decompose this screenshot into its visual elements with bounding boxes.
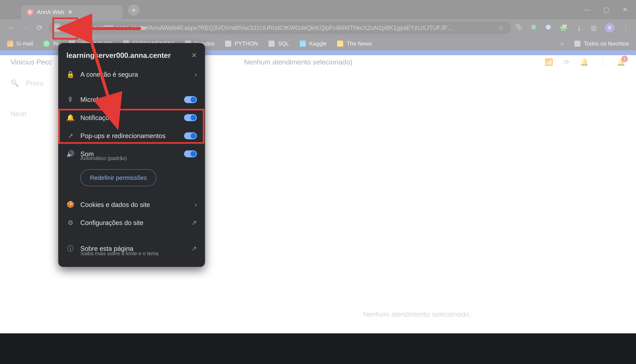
address-bar[interactable]: learningserver000.anna.center/AnnAWeb40.…	[49, 21, 511, 34]
svg-point-6	[531, 25, 536, 30]
forward-button[interactable]: →	[21, 23, 30, 32]
bookmark-folder-sql[interactable]: SQL	[268, 40, 289, 47]
refresh-icon[interactable]: ⟳	[564, 58, 570, 66]
tab-strip: A AnnA Web ✕ ＋	[0, 0, 576, 19]
side-panel-icon[interactable]: ▥	[591, 24, 597, 32]
bookmark-label: Kaggle	[309, 40, 327, 47]
separator	[66, 235, 197, 236]
site-info-popup: learningserver000.anna.center ✕ 🔒 A cone…	[58, 43, 205, 267]
folder-icon	[268, 40, 274, 47]
new-tab-button[interactable]: ＋	[128, 4, 139, 16]
site-settings-icon[interactable]	[52, 23, 62, 32]
popups-toggle[interactable]	[184, 132, 197, 139]
gmail-icon	[7, 40, 13, 47]
open-external-icon: ↗	[191, 245, 197, 252]
folder-icon	[574, 40, 580, 47]
bookmark-label: SQL	[278, 40, 289, 47]
page-search-placeholder[interactable]: Procu	[26, 79, 44, 87]
popup-row-site-settings[interactable]: ⚙ Configurações do site ↗	[58, 214, 205, 232]
url-host: learningserver000.anna.center	[65, 24, 147, 31]
bookmark-label: W	[53, 40, 58, 47]
window-controls: — ▢ ✕	[576, 0, 636, 19]
mic-label: Microfo	[80, 96, 178, 104]
translate-icon[interactable]	[516, 24, 522, 32]
open-external-icon: ↗	[191, 219, 197, 226]
left-empty-text: Nenh	[11, 110, 27, 118]
bookmark-gmail[interactable]: G-mail	[7, 40, 33, 47]
bookmark-all-favorites[interactable]: Todos os favoritos	[574, 40, 629, 47]
chevron-right-icon: ›	[195, 70, 197, 78]
popups-label: Pop-ups e redirecionamentos	[80, 132, 178, 140]
folder-icon	[225, 40, 231, 47]
lock-icon: 🔒	[66, 70, 75, 78]
popup-close-icon[interactable]: ✕	[191, 52, 197, 59]
mic-toggle[interactable]	[184, 96, 197, 103]
bookmark-star-icon[interactable]: ☆	[498, 24, 504, 32]
viewport: A AnnA Web ✕ ＋ — ▢ ✕ ← → ⟳ learningserve…	[0, 0, 636, 333]
popup-title: learningserver000.anna.center	[66, 51, 171, 60]
bookmark-label: PYTHON	[235, 40, 258, 47]
downloads-icon[interactable]: ⭳	[576, 24, 582, 32]
search-icon[interactable]: 🔍	[11, 79, 19, 87]
extensions-puzzle-icon[interactable]: 🧩	[560, 24, 568, 32]
tab-favicon: A	[27, 9, 33, 16]
bell-icon[interactable]: 🔔	[617, 58, 625, 66]
extension-icon-1[interactable]	[530, 24, 537, 32]
stats-icon[interactable]: 📶	[544, 58, 553, 66]
popup-row-notifications[interactable]: 🔔 Notificações	[58, 108, 205, 127]
bookmark-folder-python[interactable]: PYTHON	[225, 40, 258, 47]
popup-row-microphone[interactable]: 🎙 Microfo	[58, 90, 205, 108]
bookmarks-overflow-icon[interactable]: »	[560, 40, 564, 48]
secure-label: A conexão é segura	[80, 70, 189, 78]
notif-toggle[interactable]	[184, 114, 197, 121]
news-icon	[337, 40, 343, 47]
notif-label: Notificações	[80, 114, 178, 122]
right-empty-text: Nenhum atendimento selecionado.	[363, 310, 471, 318]
toolbar-right-icons: 🧩 ⭳ ▥ V ⋮	[516, 23, 629, 32]
bookmark-label: The News	[347, 40, 372, 47]
chevron-right-icon: ›	[195, 201, 197, 208]
cookie-icon: 🍪	[66, 201, 75, 208]
profile-avatar[interactable]: V	[605, 23, 614, 32]
extension-icon-2[interactable]	[545, 24, 551, 32]
cookies-label: Cookies e dados do site	[80, 201, 189, 208]
page-top-actions: 📶 ⟳ 🔔 ⋮ 🔔	[544, 58, 625, 66]
back-button[interactable]: ←	[7, 23, 16, 32]
window-close-icon[interactable]: ✕	[622, 6, 628, 13]
alerts-icon[interactable]: 🔔	[580, 58, 589, 66]
info-icon: ⓘ	[66, 244, 75, 253]
titlebar: A AnnA Web ✕ ＋ — ▢ ✕	[0, 0, 636, 19]
minimize-icon[interactable]: —	[584, 6, 591, 13]
external-link-icon: ↗	[66, 132, 75, 140]
speaker-icon: 🔊	[66, 150, 75, 158]
tab-title: AnnA Web	[37, 9, 64, 16]
chrome-menu-icon[interactable]: ⋮	[622, 24, 629, 32]
bookmark-whatsapp[interactable]: W	[44, 40, 58, 47]
site-settings-label: Configurações do site	[80, 219, 186, 226]
url-path: /AnnAWeb40.aspx?REQ3VDVnd0Vuc3J1UURndCtK…	[147, 24, 454, 31]
bookmark-label: Todos os favoritos	[584, 40, 629, 47]
svg-point-2	[58, 28, 59, 29]
microphone-icon: 🎙	[66, 96, 75, 104]
kaggle-icon	[300, 40, 306, 47]
browser-tab[interactable]: A AnnA Web ✕	[21, 5, 122, 19]
popup-row-secure[interactable]: 🔒 A conexão é segura ›	[58, 65, 205, 84]
url-text: learningserver000.anna.center/AnnAWeb40.…	[65, 24, 495, 31]
bookmark-thenews[interactable]: The News	[337, 40, 372, 47]
page-user-name: Vinicius Pecc	[11, 58, 52, 66]
kebab-menu-icon[interactable]: ⋮	[599, 58, 606, 66]
bell-outline-icon: 🔔	[66, 114, 75, 122]
whatsapp-icon	[44, 40, 50, 47]
svg-point-7	[546, 25, 551, 30]
bookmark-kaggle[interactable]: Kaggle	[300, 40, 327, 47]
maximize-icon[interactable]: ▢	[603, 6, 610, 13]
browser-toolbar: ← → ⟳ learningserver000.anna.center/AnnA…	[0, 19, 636, 36]
tab-close-icon[interactable]: ✕	[68, 9, 73, 16]
reload-button[interactable]: ⟳	[35, 23, 44, 32]
reset-permissions-button[interactable]: Redefinir permissões	[80, 169, 156, 186]
bookmark-label: G-mail	[17, 40, 33, 47]
popup-row-popups[interactable]: ↗ Pop-ups e redirecionamentos	[58, 127, 205, 145]
page-right-panel: Nenhum atendimento selecionado.	[198, 92, 636, 333]
popup-row-cookies[interactable]: 🍪 Cookies e dados do site ›	[58, 196, 205, 214]
sound-toggle[interactable]	[184, 150, 197, 157]
